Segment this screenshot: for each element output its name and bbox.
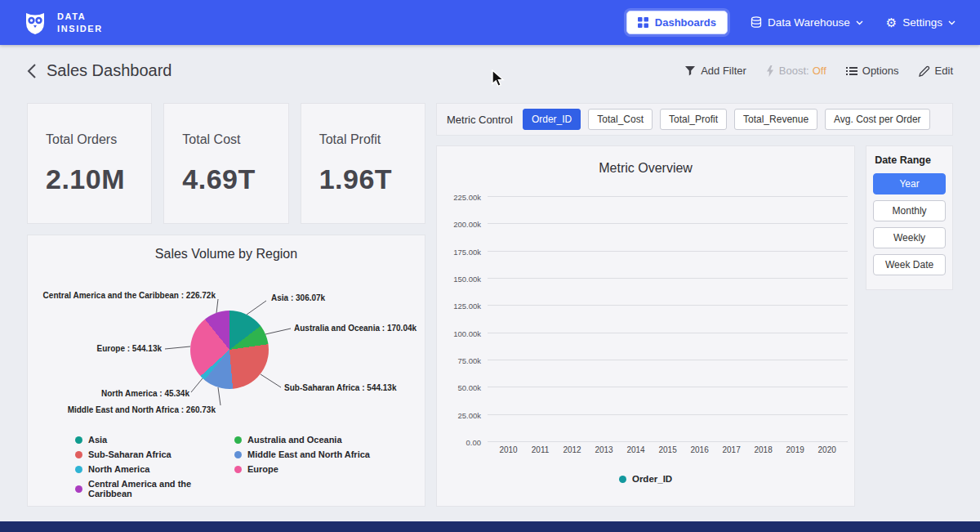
metric-button-order-id[interactable]: Order_ID [523,109,581,130]
legend-label: Europe [247,464,278,474]
brand[interactable]: DATA INSIDER [21,10,103,36]
kpi-value: 1.96T [319,163,425,195]
legend-dot [619,476,626,483]
x-tick-label: 2015 [652,445,684,454]
bar-chart-title: Metric Overview [437,161,854,176]
range-button-year[interactable]: Year [873,173,946,194]
pie-chart-title: Sales Volume by Region [28,247,425,262]
metric-button-total-cost[interactable]: Total_Cost [588,109,653,130]
range-button-monthly[interactable]: Monthly [873,200,946,221]
pencil-icon [919,65,930,77]
legend-item[interactable]: Asia [75,435,234,445]
pie-slice-label: Sub-Saharan Africa : 544.13k [284,383,396,392]
filter-funnel-icon [684,65,696,76]
kpi-value: 4.69T [182,163,287,195]
pie-slice-label: Central America and the Caribbean : 226.… [42,291,216,300]
metric-control-label: Metric Control [447,114,513,126]
boost-state: Off [813,65,826,77]
date-range-panel: Date Range Year Monthly Weekly Week Date [866,145,953,290]
x-tick-label: 2018 [747,445,779,454]
metric-button-avg-cost-per-order[interactable]: Avg. Cost per Order [825,109,930,130]
pie-chart-card: Sales Volume by Region Central America a… [27,235,425,507]
kpi-value: 2.10M [46,163,151,195]
y-tick-label: 50.00k [457,383,481,392]
dashboards-label: Dashboards [655,16,716,29]
legend-label: Sub-Saharan Africa [88,449,172,459]
settings-label: Settings [902,16,942,29]
metric-control-bar: Metric Control Order_ID Total_Cost Total… [436,103,953,136]
y-tick-label: 75.00k [457,356,481,365]
options-label: Options [862,65,899,77]
list-options-icon [846,66,858,76]
pie-chart-area: Central America and the Caribbean : 226.… [28,266,425,427]
range-button-weekly[interactable]: Weekly [873,227,946,248]
x-axis: 2010201120122013201420152016201720182019… [437,445,854,454]
bar-chart-legend[interactable]: Order_ID [437,474,854,484]
x-tick-label: 2017 [715,445,747,454]
legend-item[interactable]: Sub-Saharan Africa [75,449,234,459]
back-button[interactable] [27,64,36,78]
owl-logo-icon [21,10,49,36]
x-tick-label: 2013 [588,445,620,454]
lightning-bolt-icon [766,65,774,77]
legend-dot [234,436,242,444]
x-tick-label: 2012 [556,445,588,454]
brand-line1: DATA [57,11,103,22]
chevron-down-icon [856,20,863,25]
grid-icon [638,17,648,28]
legend-item[interactable]: North America [75,464,234,474]
kpi-label: Total Profit [319,132,425,147]
legend-label: Order_ID [632,474,672,484]
database-icon [751,16,762,29]
y-tick-label: 25.00k [457,410,481,419]
data-warehouse-label: Data Warehouse [768,16,850,29]
kpi-card-total-orders: Total Orders 2.10M [27,103,152,224]
range-button-week-date[interactable]: Week Date [873,254,946,275]
footer-bar [0,521,980,532]
options-button[interactable]: Options [846,65,899,77]
bar-chart-card: Metric Overview 0.0025.00k50.00k75.00k10… [436,145,855,507]
y-tick-label: 200.00k [453,220,481,229]
y-tick-label: 100.00k [453,329,481,338]
add-filter-button[interactable]: Add Filter [684,65,746,77]
page-header: Sales Dashboard Add Filter Boost: Off Op… [0,45,980,96]
y-tick-label: 175.00k [453,247,481,256]
legend-label: North America [88,464,149,474]
x-tick-label: 2010 [492,445,524,454]
x-tick-label: 2016 [684,445,715,454]
legend-label: Central America and the Caribbean [88,479,234,498]
legend-item[interactable]: Central America and the Caribbean [75,479,234,498]
boost-label: Boost: [779,65,809,77]
pie-slice-label: North America : 45.34k [75,389,189,398]
boost-toggle[interactable]: Boost: Off [766,65,826,77]
legend-label: Asia [88,435,107,445]
dashboards-button[interactable]: Dashboards [626,11,728,34]
legend-item[interactable]: Australia and Oceania [234,435,370,445]
pie[interactable] [190,311,269,389]
metric-button-total-profit[interactable]: Total_Profit [660,109,727,130]
page-title: Sales Dashboard [47,61,684,80]
legend-dot [75,485,82,493]
kpi-card-total-profit: Total Profit 1.96T [301,103,425,224]
settings-menu[interactable]: ⚙ Settings [886,16,956,29]
pie-slice-label: Europe : 544.13k [72,344,162,353]
edit-label: Edit [935,65,953,77]
kpi-label: Total Cost [182,132,287,147]
legend-item[interactable]: Middle East and North Africa [234,449,370,459]
pie-slice-label: Australia and Oceania : 170.04k [294,324,416,333]
kpi-label: Total Orders [46,132,151,147]
y-tick-label: 125.00k [453,302,481,311]
edit-button[interactable]: Edit [919,65,953,77]
dashboard-body: Total Orders 2.10M Total Cost 4.69T Tota… [0,96,980,507]
legend-item[interactable]: Europe [234,464,370,474]
x-tick-label: 2011 [524,445,556,454]
gear-icon: ⚙ [886,16,897,29]
x-labels: 2010201120122013201420152016201720182019… [488,445,848,454]
y-tick-label: 150.00k [453,275,481,284]
data-warehouse-menu[interactable]: Data Warehouse [751,16,863,29]
legend-dot [234,451,242,458]
legend-label: Australia and Oceania [247,435,342,445]
metric-button-total-revenue[interactable]: Total_Revenue [734,109,817,130]
y-tick-label: 225.00k [453,193,481,202]
add-filter-label: Add Filter [701,65,746,77]
